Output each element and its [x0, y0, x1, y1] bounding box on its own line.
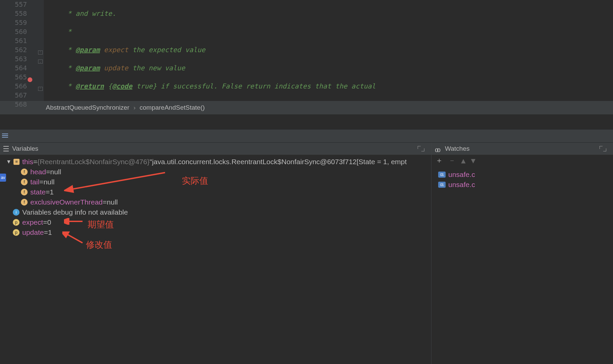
breadcrumb[interactable]: AbstractQueuedSynchronizer › compareAndS… [0, 101, 613, 114]
line-number: 568 [0, 100, 27, 109]
watches-header: oo Watches [431, 143, 613, 155]
field-badge-icon: f [21, 199, 28, 206]
line-number: 558 [0, 9, 27, 18]
line-number: 565 [0, 73, 27, 82]
variable-state[interactable]: f state = 1 [0, 187, 431, 197]
variable-head[interactable]: f head = null [0, 167, 431, 177]
glasses-icon: oo [435, 146, 442, 151]
remove-watch-button[interactable]: － [448, 155, 456, 166]
fold-close-icon[interactable]: ⌃ [38, 50, 43, 54]
field-badge-icon: f [21, 179, 28, 185]
fold-close-icon[interactable]: ⌃ [38, 87, 43, 91]
variable-tail[interactable]: f tail = null [0, 177, 431, 187]
param-badge-icon: p [13, 219, 20, 226]
param-badge-icon: p [13, 229, 20, 236]
breadcrumb-class[interactable]: AbstractQueuedSynchronizer [46, 104, 129, 111]
chevron-right-icon: › [133, 104, 135, 111]
variable-expect[interactable]: p expect = 0 [0, 217, 431, 227]
variables-tree[interactable]: ▼ ≡ this = {ReentrantLock$NonfairSync@47… [0, 155, 431, 364]
variables-title: Variables [12, 145, 38, 152]
line-number-gutter: 557 558 559 560 561 562 563 564 565 566 … [0, 0, 44, 101]
line-number: 560 [0, 27, 27, 36]
variables-header: Variables [0, 143, 431, 155]
line-number: 564 [0, 64, 27, 73]
line-number: 566 [0, 82, 27, 91]
breakpoint-icon[interactable] [28, 77, 32, 82]
debug-toolstrip[interactable] [0, 129, 613, 143]
line-number: 559 [0, 18, 27, 27]
watches-toolbar: ＋ － ▲ ▼ [431, 155, 613, 166]
field-badge-icon: f [21, 169, 28, 175]
collapse-icon[interactable]: ▼ [6, 157, 11, 167]
move-down-button[interactable]: ▼ [471, 156, 475, 165]
line-number: 561 [0, 36, 27, 45]
variable-this[interactable]: ▼ ≡ this = {ReentrantLock$NonfairSync@47… [0, 157, 431, 167]
line-number: 563 [0, 54, 27, 64]
variable-update[interactable]: p update = 1 [0, 227, 431, 238]
menu-icon[interactable] [3, 146, 9, 151]
expand-icon[interactable] [418, 146, 424, 151]
breadcrumb-method[interactable]: compareAndSetState() [140, 104, 205, 111]
watch-item[interactable]: 01 unsafe.c [438, 180, 613, 190]
expand-icon[interactable] [600, 146, 606, 151]
variable-exclusive-owner-thread[interactable]: f exclusiveOwnerThread = null [0, 197, 431, 207]
left-gutter-tag[interactable]: av [0, 174, 6, 182]
watches-list[interactable]: 01 unsafe.c 01 unsafe.c [431, 166, 613, 364]
code-editor[interactable]: 557 558 559 560 561 562 563 564 565 566 … [0, 0, 613, 101]
fold-open-icon[interactable]: ⌄ [38, 60, 43, 64]
info-badge-icon: i [13, 209, 20, 216]
watches-title: Watches [445, 145, 470, 152]
line-number: 567 [0, 91, 27, 100]
object-badge-icon: ≡ [13, 159, 20, 165]
field-badge-icon: f [21, 189, 28, 195]
watch-badge-icon: 01 [438, 182, 446, 188]
settings-icon[interactable] [2, 134, 8, 138]
watch-item[interactable]: 01 unsafe.c [438, 170, 613, 180]
watch-badge-icon: 01 [438, 172, 446, 178]
code-area[interactable]: * and write. * * @param expect the expec… [44, 0, 613, 101]
line-number: 557 [0, 0, 27, 9]
line-number: 562 [0, 45, 27, 54]
debug-info-warning: i Variables debug info not available [0, 207, 431, 217]
add-watch-button[interactable]: ＋ [435, 155, 443, 166]
move-up-button[interactable]: ▲ [461, 156, 465, 165]
